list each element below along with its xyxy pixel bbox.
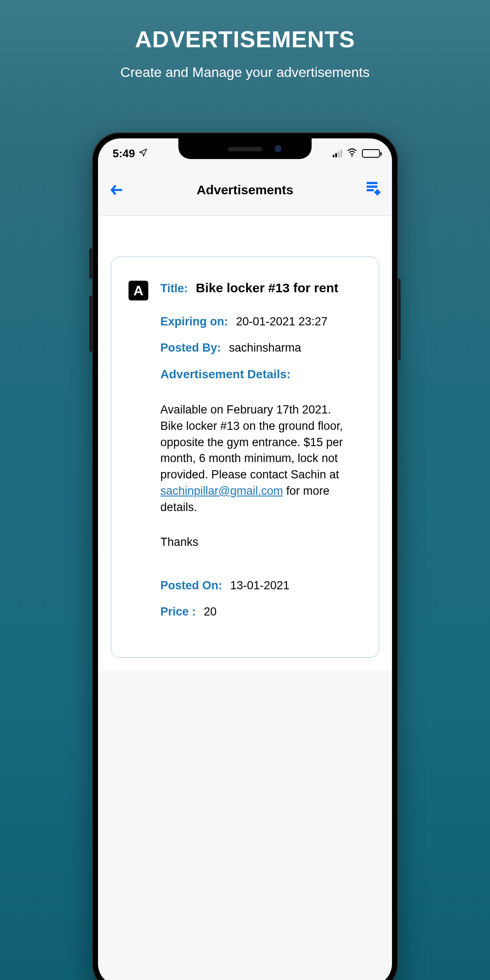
posted-on-value: 13-01-2021 [230,579,289,592]
wifi-icon [346,147,358,161]
price-value: 20 [204,605,217,618]
title-value: Bike locker #13 for rent [196,281,338,295]
app-header: Advertisements [98,164,392,216]
promo-subtitle: Create and Manage your advertisements [0,64,490,80]
details-label: Advertisement Details: [160,368,353,381]
phone-side-button [398,279,401,360]
svg-point-0 [351,155,352,156]
status-time: 5:49 [113,147,135,160]
phone-frame: 5:49 Advertisements [92,132,398,980]
expiring-value: 20-01-2021 23:27 [236,315,328,328]
expiring-label: Expiring on: [160,315,228,328]
list-add-icon [364,179,382,196]
promo-title: ADVERTISEMENTS [0,26,490,52]
arrow-left-icon [109,182,125,198]
phone-notch [178,138,312,159]
posted-on-label: Posted On: [160,579,222,592]
cellular-icon [333,150,342,157]
posted-by-label: Posted By: [160,341,221,354]
phone-screen: 5:49 Advertisements [98,138,392,980]
phone-side-button [89,296,92,352]
content-area: A Title: Bike locker #13 for rent Expiri… [98,216,392,671]
back-button[interactable] [107,180,127,200]
ad-badge-icon: A [129,281,148,300]
add-advertisement-button[interactable] [364,179,382,200]
price-label: Price : [160,605,196,618]
phone-side-button [89,248,92,279]
details-email-link[interactable]: sachinpillar@gmail.com [160,484,283,497]
title-label: Title: [160,282,188,295]
page-title: Advertisements [196,183,293,197]
posted-by-value: sachinsharma [229,341,301,354]
location-icon [138,147,148,160]
advertisement-card[interactable]: A Title: Bike locker #13 for rent Expiri… [111,257,379,658]
battery-icon [362,149,380,158]
details-closing: Thanks [160,536,353,549]
details-text: Available on February 17th 2021. Bike lo… [160,402,353,516]
